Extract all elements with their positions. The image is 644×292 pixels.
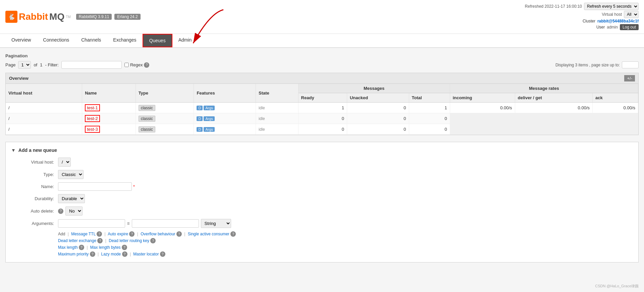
args-badge[interactable]: Args — [204, 106, 215, 110]
type-form-select[interactable]: Classic — [58, 170, 84, 179]
queue-name-link[interactable]: test-3 — [85, 126, 100, 133]
auto-expire-help[interactable]: ? — [129, 231, 135, 237]
cell-name[interactable]: test-3 — [82, 124, 136, 135]
pagination-row: Page 1 of 1 - Filter: Regex ? Displaying… — [5, 61, 639, 69]
pagination-title: Pagination — [5, 53, 639, 58]
nav-bar: Overview Connections Channels Exchanges … — [0, 34, 644, 48]
toggle-icon: ▼ — [11, 148, 16, 153]
cluster-name: rabbit@54488ba34c1f — [597, 19, 639, 23]
nav-overview[interactable]: Overview — [5, 34, 37, 47]
nav-queues[interactable]: Queues — [143, 34, 172, 47]
vhost-form-select[interactable]: / — [58, 158, 71, 167]
required-star: * — [133, 184, 135, 189]
th-features: Features — [194, 84, 256, 103]
max-length-bytes-help[interactable]: ? — [122, 245, 127, 250]
cell-deliver-get — [515, 113, 592, 124]
arg-key-input[interactable] — [58, 219, 125, 228]
cell-features: DArgs — [194, 113, 256, 124]
shortcut-overflow-behaviour[interactable]: Overflow behaviour — [141, 232, 175, 236]
th-state: State — [256, 84, 299, 103]
dead-letter-routing-key-help[interactable]: ? — [150, 238, 156, 243]
cell-type: classic — [136, 113, 194, 124]
args-badge[interactable]: Args — [204, 116, 215, 121]
shortcut-max-length[interactable]: Max length — [58, 245, 78, 250]
table-overview-title: Overview — [9, 76, 29, 81]
lazy-mode-help[interactable]: ? — [122, 251, 127, 257]
form-type-row: Type: Classic — [11, 170, 633, 179]
d-badge: D — [197, 106, 203, 110]
table-section: Overview +/- Virtual host Name Type Feat… — [5, 73, 639, 135]
vhost-label: Virtual host — [602, 12, 622, 17]
refresh-select[interactable]: Refresh every 5 seconds — [584, 3, 639, 10]
dead-letter-exchange-help[interactable]: ? — [97, 238, 103, 243]
arg-links-row3: Max length ? | Max length bytes ? — [58, 245, 633, 250]
shortcut-single-active-consumer[interactable]: Single active consumer — [188, 232, 229, 236]
shortcut-maximum-priority[interactable]: Maximum priority — [58, 252, 89, 256]
shortcut-dead-letter-routing-key[interactable]: Dead letter routing key — [109, 238, 149, 243]
max-length-help[interactable]: ? — [79, 245, 84, 250]
form-vhost-row: Virtual host: / — [11, 158, 633, 167]
shortcut-dead-letter-exchange[interactable]: Dead letter exchange — [58, 238, 96, 243]
name-form-input[interactable] — [58, 182, 132, 191]
user-row: User admin Log out — [525, 24, 639, 30]
overflow-help[interactable]: ? — [176, 231, 182, 237]
cell-type: classic — [136, 103, 194, 113]
queue-name-link[interactable]: test-1 — [85, 104, 100, 111]
vhost-select[interactable]: All — [624, 11, 639, 18]
shortcut-max-length-bytes[interactable]: Max length bytes — [90, 245, 121, 250]
th-name: Name — [82, 84, 136, 103]
auto-delete-help-icon[interactable]: ? — [58, 209, 63, 214]
message-ttl-help[interactable]: ? — [97, 231, 102, 237]
maximum-priority-help[interactable]: ? — [90, 251, 95, 257]
durability-form-label: Durability: — [11, 196, 58, 201]
cell-features: DArgs — [194, 103, 256, 113]
arg-type-select[interactable]: String — [201, 219, 231, 228]
arg-value-input[interactable] — [132, 219, 199, 228]
shortcut-lazy-mode[interactable]: Lazy mode — [101, 252, 121, 256]
cell-name[interactable]: test-1 — [82, 103, 136, 113]
shortcut-auto-expire[interactable]: Auto expire — [108, 232, 128, 236]
nav-exchanges[interactable]: Exchanges — [107, 34, 142, 47]
form-auto-delete-row: Auto delete: ? No — [11, 207, 633, 216]
cell-name[interactable]: test-2 — [82, 113, 136, 124]
cell-features: DArgs — [194, 124, 256, 135]
logout-button[interactable]: Log out — [620, 24, 639, 30]
page-select[interactable]: 1 — [18, 61, 31, 69]
auto-delete-form-label: Auto delete: — [11, 209, 58, 214]
nav-channels[interactable]: Channels — [75, 34, 107, 47]
filter-input[interactable] — [61, 61, 122, 69]
regex-checkbox[interactable] — [124, 63, 129, 67]
type-badge: classic — [139, 126, 155, 132]
arguments-inputs: = String — [58, 219, 231, 228]
top-right: Refreshed 2022-11-17 16:00:10 Refresh ev… — [525, 3, 639, 31]
auto-delete-form-select[interactable]: No — [65, 207, 83, 216]
table-row: /test-1classicDArgsidle1010.00/s0.00/s0.… — [6, 103, 638, 113]
nav-connections[interactable]: Connections — [37, 34, 75, 47]
cell-ack: 0.00/s — [593, 103, 638, 113]
th-total: Total — [409, 93, 450, 103]
queue-name-link[interactable]: test-2 — [85, 115, 100, 122]
regex-text: Regex — [130, 62, 143, 67]
page-size-area: Displaying 3 items , page size up to: 10… — [555, 61, 639, 68]
regex-help-icon[interactable]: ? — [144, 62, 149, 68]
table-row: /test-3classicDArgsidle000 — [6, 124, 638, 135]
shortcut-master-locator[interactable]: Master locator — [133, 252, 159, 256]
plus-minus-button[interactable]: +/- — [624, 75, 635, 81]
page-size-input[interactable]: 100 — [622, 61, 639, 68]
user-name: admin — [607, 25, 618, 30]
cell-vhost: / — [6, 113, 82, 124]
shortcut-message-ttl[interactable]: Message TTL — [71, 232, 96, 236]
add-label: Add — [58, 232, 65, 236]
section-toggle[interactable]: ▼ Add a new queue — [11, 148, 633, 153]
refresh-row: Refreshed 2022-11-17 16:00:10 Refresh ev… — [525, 3, 639, 10]
user-label: User — [596, 25, 605, 30]
durability-form-select[interactable]: Durable — [58, 194, 85, 203]
cell-ready: 1 — [298, 103, 347, 113]
arguments-form-label: Arguments: — [11, 221, 58, 226]
nav-admin[interactable]: Admin — [172, 34, 198, 47]
page-label: Page — [5, 62, 15, 67]
args-badge[interactable]: Args — [204, 127, 215, 132]
master-locator-help[interactable]: ? — [160, 251, 165, 257]
cell-total: 0 — [409, 113, 450, 124]
single-active-help[interactable]: ? — [230, 231, 236, 237]
